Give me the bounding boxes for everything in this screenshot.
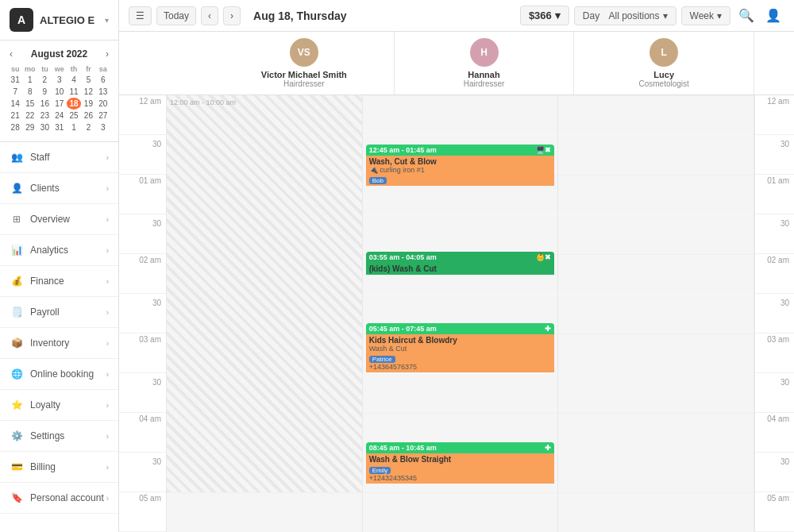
time-slot: 30 bbox=[119, 294, 166, 333]
sidebar-item-finance[interactable]: 💰 Finance › bbox=[0, 266, 118, 297]
calendar-day[interactable]: 24 bbox=[52, 110, 67, 121]
calendar-day[interactable]: 15 bbox=[22, 98, 37, 110]
calendar-day[interactable]: 27 bbox=[96, 110, 110, 121]
appointment-block[interactable]: 12:45 am - 01:45 am 🖥️✖ Wash, Cut & Blow… bbox=[366, 145, 555, 224]
calendar-day[interactable]: 21 bbox=[8, 110, 22, 121]
mini-cal-prev-button[interactable]: ‹ bbox=[8, 48, 14, 60]
calendar-day[interactable]: 28 bbox=[8, 121, 22, 133]
sidebar-item-analytics[interactable]: 📊 Analytics › bbox=[0, 235, 118, 266]
nav-icon: ⊞ bbox=[10, 212, 24, 226]
staff-name: Hannah bbox=[468, 70, 499, 79]
hour-label-right: 04 am bbox=[755, 414, 794, 423]
calendar-day[interactable]: 7 bbox=[8, 86, 22, 98]
calendar-day[interactable]: 3 bbox=[52, 74, 67, 86]
sidebar-item-inventory[interactable]: 📦 Inventory › bbox=[0, 328, 118, 359]
calendar-day[interactable]: 1 bbox=[67, 121, 81, 133]
calendar-day[interactable]: 13 bbox=[96, 86, 110, 98]
appt-action-icons[interactable]: ✚ bbox=[545, 444, 551, 452]
calendar-day[interactable]: 12 bbox=[81, 86, 95, 98]
sidebar-item-overview[interactable]: ⊞ Overview › bbox=[0, 204, 118, 235]
staff-col-2[interactable]: L Lucy Cosmetologist bbox=[574, 32, 754, 94]
calendar-day[interactable]: 8 bbox=[22, 86, 37, 98]
nav-label: Analytics bbox=[30, 245, 106, 256]
hour-label: 03 am bbox=[119, 335, 166, 344]
calendar-day[interactable]: 22 bbox=[22, 110, 37, 121]
calendar-day[interactable]: 2 bbox=[81, 121, 95, 133]
staff-schedule-col-2[interactable] bbox=[558, 95, 754, 532]
calendar-day[interactable]: 14 bbox=[8, 98, 22, 110]
appt-action-icons[interactable]: 👶✖ bbox=[536, 253, 551, 261]
week-dropdown[interactable]: Week ▾ bbox=[681, 6, 730, 25]
calendar-day[interactable]: 10 bbox=[52, 86, 67, 98]
staff-name: Lucy bbox=[653, 70, 674, 79]
sidebar-item-settings[interactable]: ⚙️ Settings › bbox=[0, 421, 118, 452]
sidebar-item-staff[interactable]: 👥 Staff › bbox=[0, 142, 118, 173]
sidebar-item-online-booking[interactable]: 🌐 Online booking › bbox=[0, 359, 118, 390]
calendar-day[interactable]: 25 bbox=[67, 110, 81, 121]
calendar-day[interactable]: 18 bbox=[67, 98, 81, 110]
appointment-block[interactable]: 08:45 am - 10:45 am ✚ Wash & Blow Straig… bbox=[366, 442, 555, 532]
calendar-day[interactable]: 6 bbox=[96, 74, 110, 86]
sidebar-item-personal-account[interactable]: 🔖 Personal account › bbox=[0, 483, 118, 514]
calendar-day[interactable]: 31 bbox=[8, 74, 22, 86]
appt-service: (kids) Wash & Cut bbox=[369, 264, 552, 273]
hamburger-button[interactable]: ☰ bbox=[129, 6, 152, 25]
appointment-block[interactable]: 03:55 am - 04:05 am 👶✖ (kids) Wash & Cut bbox=[366, 252, 555, 303]
nav-chevron-icon: › bbox=[106, 370, 109, 379]
sidebar-item-payroll[interactable]: 🗒️ Payroll › bbox=[0, 297, 118, 328]
staff-columns: 12:00 am - 10:00 am 12:45 am - 01:45 am … bbox=[167, 95, 754, 532]
nav-icon: 👥 bbox=[10, 150, 24, 164]
calendar-day[interactable]: 4 bbox=[67, 74, 81, 86]
appt-service: Wash, Cut & Blow bbox=[369, 157, 552, 166]
search-button[interactable]: 🔍 bbox=[735, 5, 757, 26]
nav-icon: 🗒️ bbox=[10, 305, 24, 319]
time-slot: 30 bbox=[119, 373, 166, 413]
calendar-day[interactable]: 30 bbox=[37, 121, 52, 133]
day-dropdown[interactable]: Day All positions ▾ bbox=[574, 6, 676, 25]
app-logo[interactable]: A ALTEGIO E ▾ bbox=[0, 0, 118, 40]
calendar-day[interactable]: 11 bbox=[67, 86, 81, 98]
calendar-day[interactable]: 17 bbox=[52, 98, 67, 110]
calendar-day[interactable]: 20 bbox=[96, 98, 110, 110]
nav-chevron-icon: › bbox=[106, 308, 109, 317]
calendar-scroll[interactable]: 12 am3001 am3002 am3003 am3004 am3005 am… bbox=[119, 95, 794, 532]
staff-col-1[interactable]: H Hannah Hairdresser bbox=[395, 32, 575, 94]
half-hour-label-right: 30 bbox=[755, 299, 794, 307]
calendar-day[interactable]: 3 bbox=[96, 121, 110, 133]
revenue-display[interactable]: $366 ▾ bbox=[520, 6, 569, 25]
next-week-button[interactable]: › bbox=[223, 6, 241, 25]
staff-role: Hairdresser bbox=[464, 79, 505, 88]
calendar-day[interactable]: 1 bbox=[22, 74, 37, 86]
user-profile-button[interactable]: 👤 bbox=[762, 5, 784, 26]
calendar-day[interactable]: 2 bbox=[37, 74, 52, 86]
half-hour-label: 30 bbox=[119, 378, 166, 387]
appt-action-icons[interactable]: ✚ bbox=[545, 325, 551, 333]
staff-header-row: VS Victor Michael Smith Hairdresser H Ha… bbox=[119, 32, 794, 95]
time-slot-right: 30 bbox=[755, 294, 794, 333]
half-hour-label: 30 bbox=[119, 219, 166, 228]
today-button[interactable]: Today bbox=[156, 6, 196, 25]
calendar-day[interactable]: 9 bbox=[37, 86, 52, 98]
appointment-block[interactable]: 12:00 am - 10:00 am bbox=[167, 95, 362, 492]
calendar-day[interactable]: 29 bbox=[22, 121, 37, 133]
logo-chevron-icon[interactable]: ▾ bbox=[105, 16, 109, 25]
nav-menu: 👥 Staff › 👤 Clients › ⊞ Overview › 📊 Ana… bbox=[0, 142, 118, 514]
nav-chevron-icon: › bbox=[106, 494, 109, 503]
sidebar-item-clients[interactable]: 👤 Clients › bbox=[0, 173, 118, 204]
staff-schedule-col-0[interactable]: 12:00 am - 10:00 am bbox=[167, 95, 363, 532]
calendar-day[interactable]: 16 bbox=[37, 98, 52, 110]
calendar-day[interactable]: 31 bbox=[52, 121, 67, 133]
sidebar-item-loyalty[interactable]: ⭐ Loyalty › bbox=[0, 390, 118, 421]
calendar-day[interactable]: 5 bbox=[81, 74, 95, 86]
sidebar-item-billing[interactable]: 💳 Billing › bbox=[0, 452, 118, 483]
appt-action-icons[interactable]: 🖥️✖ bbox=[536, 146, 551, 154]
staff-col-0[interactable]: VS Victor Michael Smith Hairdresser bbox=[214, 32, 395, 94]
calendar-day[interactable]: 26 bbox=[81, 110, 95, 121]
staff-schedule-col-1[interactable]: 12:45 am - 01:45 am 🖥️✖ Wash, Cut & Blow… bbox=[363, 95, 559, 532]
appt-time: 03:55 am - 04:05 am bbox=[369, 253, 437, 261]
mini-cal-next-button[interactable]: › bbox=[104, 48, 110, 60]
calendar-day[interactable]: 19 bbox=[81, 98, 95, 110]
calendar-day[interactable]: 23 bbox=[37, 110, 52, 121]
prev-week-button[interactable]: ‹ bbox=[201, 6, 218, 25]
appointment-block[interactable]: 05:45 am - 07:45 am ✚ Kids Haircut & Blo… bbox=[366, 323, 555, 418]
